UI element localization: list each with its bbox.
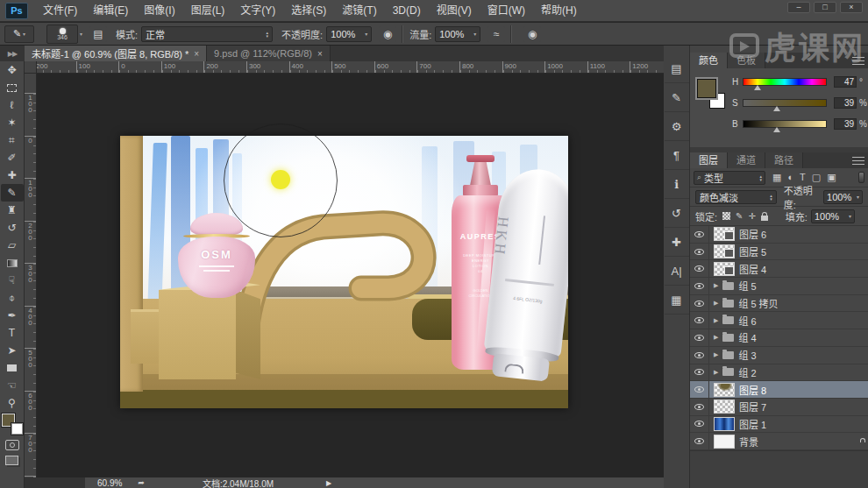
menu-item[interactable]: 滤镜(T) xyxy=(334,0,384,22)
group-expand-arrow-icon[interactable]: ▶ xyxy=(714,334,718,341)
layer-name[interactable]: 组 5 拷贝 xyxy=(738,296,778,310)
layer-filter-select[interactable]: ⌕ 类型 ▴▾ xyxy=(694,171,765,185)
ruler-origin-corner[interactable] xyxy=(25,61,37,74)
slider-thumb[interactable] xyxy=(773,106,780,111)
dodge-tool[interactable]: ⌽ xyxy=(1,289,24,307)
group-expand-arrow-icon[interactable]: ▶ xyxy=(714,369,718,376)
menu-item[interactable]: 视图(V) xyxy=(429,0,480,22)
visibility-toggle[interactable] xyxy=(690,364,709,381)
maximize-button[interactable]: □ xyxy=(814,2,836,13)
group-expand-arrow-icon[interactable]: ▶ xyxy=(714,317,718,324)
menu-item[interactable]: 文件(F) xyxy=(35,0,85,22)
close-button[interactable]: × xyxy=(840,2,863,13)
layer-comps-panel-icon[interactable]: ▦ xyxy=(665,286,689,315)
layer-name[interactable]: 图层 1 xyxy=(739,417,766,431)
visibility-toggle[interactable] xyxy=(690,399,709,415)
layer-name[interactable]: 组 2 xyxy=(738,365,756,379)
menu-item[interactable]: 帮助(H) xyxy=(533,0,585,22)
layer-thumbnail[interactable] xyxy=(714,262,735,276)
tab-swatches[interactable]: 色板 xyxy=(728,53,765,68)
layer-name[interactable]: 组 6 xyxy=(738,314,756,328)
layer-name[interactable]: 组 3 xyxy=(738,348,756,362)
slider-thumb[interactable] xyxy=(773,127,780,132)
pressure-opacity-icon[interactable]: ◉ xyxy=(379,26,396,42)
layer-name[interactable]: 背景 xyxy=(739,435,758,449)
eraser-tool[interactable]: ▱ xyxy=(1,237,24,254)
zoom-level[interactable]: 60.9% xyxy=(97,478,122,488)
layer-thumbnail[interactable] xyxy=(714,244,735,258)
layer-row[interactable]: ▶ 图层 7 xyxy=(690,399,868,416)
gradient-tool[interactable] xyxy=(1,254,24,272)
layer-name[interactable]: 图层 8 xyxy=(739,383,766,397)
tab-color[interactable]: 颜色 xyxy=(690,53,728,68)
layer-name[interactable]: 图层 4 xyxy=(739,262,766,276)
character-panel-icon[interactable]: A| xyxy=(665,257,689,286)
foreground-color-swatch[interactable] xyxy=(697,79,716,98)
layer-row[interactable]: ▶ 组 5 xyxy=(690,278,868,295)
lock-paint-icon[interactable]: ✎ xyxy=(736,211,743,221)
visibility-toggle[interactable] xyxy=(690,329,709,346)
layer-row[interactable]: ▶ 图层 8 xyxy=(690,381,868,399)
tab-paths[interactable]: 路径 xyxy=(765,152,803,168)
pressure-size-icon[interactable]: ◉ xyxy=(523,26,541,42)
path-select-tool[interactable]: ➤ xyxy=(1,342,24,359)
tab-channels[interactable]: 通道 xyxy=(728,152,765,168)
filter-pixel-icon[interactable]: ▦ xyxy=(772,172,781,183)
brush-preset-picker[interactable]: 346 xyxy=(46,25,78,44)
brightness-value[interactable]: 39 xyxy=(834,118,857,130)
layer-thumbnail[interactable] xyxy=(714,400,735,414)
hue-value[interactable]: 47 xyxy=(834,76,857,88)
toolbar-grip-icon[interactable]: ▶▶ xyxy=(0,46,25,61)
type-tool[interactable]: T xyxy=(1,324,24,342)
lock-transparency-icon[interactable] xyxy=(722,212,730,220)
layer-row[interactable]: ▶ 组 6 xyxy=(690,312,868,329)
healing-brush-tool[interactable]: ✚ xyxy=(1,166,24,184)
brush-tool[interactable]: ✎ xyxy=(1,184,24,202)
tab-layers[interactable]: 图层 xyxy=(690,152,728,168)
layer-fill-select[interactable]: 100% ▾ xyxy=(811,209,855,223)
lock-all-icon[interactable] xyxy=(761,216,768,221)
menu-item[interactable]: 图层(L) xyxy=(183,0,233,22)
layer-name[interactable]: 图层 6 xyxy=(739,227,766,241)
paragraph-panel-icon[interactable]: ¶ xyxy=(665,141,689,170)
smudge-tool[interactable]: ☟ xyxy=(1,272,24,289)
minimize-button[interactable]: – xyxy=(787,2,810,13)
layer-name[interactable]: 图层 5 xyxy=(739,244,766,258)
tool-preset-picker[interactable]: ✎ ▾ xyxy=(4,25,34,43)
shape-tool[interactable] xyxy=(1,359,24,377)
layer-row[interactable]: ▶ 图层 4 xyxy=(690,260,868,278)
screen-mode-button[interactable] xyxy=(5,456,18,465)
visibility-toggle[interactable] xyxy=(690,226,709,243)
filter-type-icon[interactable]: T xyxy=(800,172,806,183)
group-expand-arrow-icon[interactable]: ▶ xyxy=(714,300,718,307)
visibility-toggle[interactable] xyxy=(690,295,709,312)
close-icon[interactable]: × xyxy=(317,49,323,59)
pen-tool[interactable]: ✒ xyxy=(1,307,24,324)
chevron-down-icon[interactable]: ▾ xyxy=(80,31,82,37)
quick-mask-button[interactable] xyxy=(5,440,19,450)
info-panel-icon[interactable]: ℹ xyxy=(665,170,689,199)
brightness-slider[interactable] xyxy=(743,120,827,128)
visibility-toggle[interactable] xyxy=(690,312,709,329)
panel-menu-icon[interactable] xyxy=(852,57,864,65)
layer-row[interactable]: ▶ 背景 xyxy=(690,433,868,450)
properties-panel-icon[interactable]: ✚ xyxy=(665,228,689,257)
filter-smart-object-icon[interactable]: ▣ xyxy=(827,172,836,183)
visibility-toggle[interactable] xyxy=(690,278,709,294)
visibility-toggle[interactable] xyxy=(690,381,709,398)
menu-item[interactable]: 窗口(W) xyxy=(480,0,533,22)
layer-row[interactable]: ▶ 组 4 xyxy=(690,329,868,347)
blend-mode-select[interactable]: 正常 ▴▾ xyxy=(141,26,273,42)
layer-row[interactable]: ▶ 图层 1 xyxy=(690,416,868,434)
layer-opacity-select[interactable]: 100% ▾ xyxy=(823,190,863,204)
flow-select[interactable]: 100% ▾ xyxy=(435,26,480,42)
layer-name[interactable]: 图层 7 xyxy=(739,400,766,414)
airbrush-icon[interactable]: ≈ xyxy=(487,26,505,42)
layer-blend-mode-select[interactable]: 颜色减淡 ▴▾ xyxy=(695,190,777,204)
visibility-toggle[interactable] xyxy=(690,416,709,433)
zoom-tool[interactable]: ⚲ xyxy=(1,394,24,412)
layer-row[interactable]: ▶ 组 3 xyxy=(690,347,868,364)
filter-toggle-switch[interactable] xyxy=(858,172,864,183)
menu-item[interactable]: 图像(I) xyxy=(136,0,182,22)
menu-item[interactable]: 3D(D) xyxy=(385,0,429,22)
